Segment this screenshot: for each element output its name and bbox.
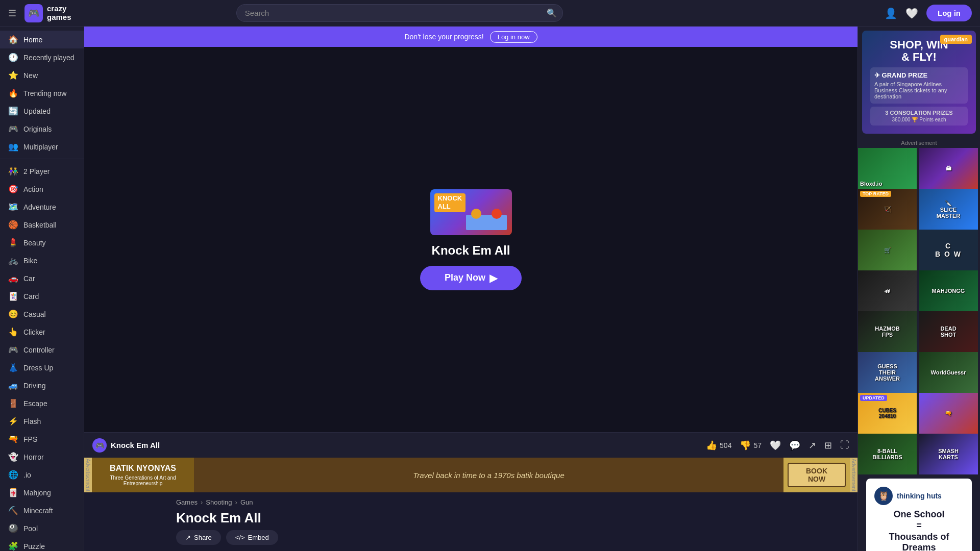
expand-action[interactable]: ⛶ <box>840 440 849 450</box>
pool-icon: 🎱 <box>8 523 18 533</box>
comment-icon: 💬 <box>789 440 800 451</box>
embed-label: Embed <box>248 534 269 541</box>
sidebar-item-adventure[interactable]: 🗺️ Adventure <box>0 198 84 216</box>
sidebar-item-beauty-label: Beauty <box>23 239 46 247</box>
favorites-icon[interactable]: 🤍 <box>905 7 918 19</box>
sidebar-item-io[interactable]: 🌐 .io <box>0 466 84 484</box>
game-thumb-cubes[interactable]: CUBES204810 UPDATED <box>858 393 919 434</box>
sidebar-item-io-label: .io <box>23 471 31 479</box>
sidebar-divider <box>0 159 84 159</box>
dislike-icon: 👎 <box>740 440 751 451</box>
trending-icon: 🔥 <box>8 88 18 98</box>
sidebar-item-originals[interactable]: 🎮 Originals <box>0 120 84 138</box>
sidebar-item-updated[interactable]: 🔄 Updated <box>0 102 84 120</box>
sidebar-item-recently-played[interactable]: 🕐 Recently played <box>0 48 84 66</box>
login-button[interactable]: Log in <box>926 5 972 21</box>
consolation-text: 360,000 🏆 Points each <box>873 117 965 122</box>
sidebar-item-action[interactable]: 🎯 Action <box>0 180 84 198</box>
dressup-icon: 👗 <box>8 363 18 372</box>
game-thumb-supermarket[interactable]: 🛒 <box>858 230 919 270</box>
sidebar-item-trending[interactable]: 🔥 Trending now <box>0 84 84 102</box>
fullscreen-action[interactable]: ⊞ <box>824 440 832 451</box>
sidebar-item-basketball[interactable]: 🏀 Basketball <box>0 216 84 234</box>
game-page-title: Knock Em All <box>84 508 857 530</box>
search-icon[interactable]: 🔍 <box>547 8 557 18</box>
share-button[interactable]: ↗ Share <box>176 530 221 545</box>
controller-icon: 🎮 <box>8 345 18 355</box>
sidebar-item-multiplayer[interactable]: 👥 Multiplayer <box>0 138 84 156</box>
game-name-bar: Knock Em All <box>111 441 160 449</box>
book-now-button[interactable]: BOOK NOW <box>788 463 846 487</box>
game-thumb-hazmob[interactable]: HAZMOBFPS <box>858 311 919 352</box>
sidebar-item-puzzle-label: Puzzle <box>23 542 45 550</box>
supermarket-thumb: 🛒 <box>858 230 917 270</box>
sidebar-item-new[interactable]: ⭐ New <box>0 66 84 84</box>
sidebar-item-pool[interactable]: 🎱 Pool <box>0 519 84 537</box>
breadcrumb-shooting[interactable]: Shooting <box>206 498 232 506</box>
game-frame-wrap: KNOCKALL Knock Em All Play Now ▶ <box>420 189 522 290</box>
th-header: 🦉 thinking huts <box>874 487 964 505</box>
sidebar-item-fps[interactable]: 🔫 FPS <box>0 430 84 448</box>
originals-icon: 🎮 <box>8 124 18 134</box>
menu-icon[interactable]: ☰ <box>8 8 16 19</box>
game-thumb-wom[interactable]: 🏔 <box>919 148 981 189</box>
game-thumb-worldguessr[interactable]: WorldGuessr <box>919 352 981 393</box>
sidebar-item-driving-label: Driving <box>23 382 46 390</box>
sidebar-item-flash[interactable]: ⚡ Flash <box>0 412 84 430</box>
sidebar-item-home[interactable]: 🏠 Home <box>0 31 84 48</box>
favorite-action[interactable]: 🤍 <box>770 440 781 451</box>
game-thumb-mahjong[interactable]: MAHJONGG <box>919 270 981 311</box>
breadcrumb-games[interactable]: Games <box>176 498 198 506</box>
heart-icon: 🤍 <box>770 440 781 451</box>
fps-icon: 🔫 <box>8 434 18 444</box>
search-input[interactable] <box>236 4 563 22</box>
like-action[interactable]: 👍 504 <box>706 440 731 451</box>
profile-icon[interactable]: 👤 <box>885 7 897 19</box>
sidebar-item-casual[interactable]: 😊 Casual <box>0 305 84 323</box>
sidebar-item-escape[interactable]: 🚪 Escape <box>0 394 84 412</box>
sidebar-item-trending-label: Trending now <box>23 89 66 97</box>
sidebar-item-action-label: Action <box>23 185 43 193</box>
breadcrumb-gun[interactable]: Gun <box>240 498 253 506</box>
sidebar-item-controller[interactable]: 🎮 Controller <box>0 341 84 359</box>
driving-icon: 🚙 <box>8 381 18 390</box>
game-thumbnail: KNOCKALL <box>430 189 512 235</box>
game-thumb-fps[interactable]: 🔫 <box>919 393 981 434</box>
play-now-button[interactable]: Play Now ▶ <box>420 266 522 290</box>
sidebar-item-car[interactable]: 🚗 Car <box>0 269 84 287</box>
game-thumb-toprated[interactable]: 🏹 TOP RATED <box>858 189 919 230</box>
sidebar-item-dressup[interactable]: 👗 Dress Up <box>0 359 84 377</box>
breadcrumb: Games › Shooting › Gun <box>176 498 766 506</box>
header-right: 👤 🤍 Log in <box>885 5 972 21</box>
comment-action[interactable]: 💬 <box>789 440 800 451</box>
sidebar-item-puzzle[interactable]: 🧩 Puzzle <box>0 537 84 551</box>
logo[interactable]: 🎮 crazygames <box>24 4 71 22</box>
share-action[interactable]: ↗ <box>808 440 816 451</box>
right-sidebar: guardian SHOP, WIN& FLY! ✈ GRAND PRIZE A… <box>857 27 980 551</box>
sidebar-item-card[interactable]: 🃏 Card <box>0 287 84 305</box>
game-thumb-slice[interactable]: 🔪SLICEMASTER <box>919 189 981 230</box>
dislike-action[interactable]: 👎 57 <box>740 440 762 451</box>
sidebar-item-mahjong[interactable]: 🀄 Mahjong <box>0 484 84 502</box>
sidebar-item-driving[interactable]: 🚙 Driving <box>0 377 84 394</box>
embed-button[interactable]: </> Embed <box>226 530 278 545</box>
sidebar-item-clicker[interactable]: 👆 Clicker <box>0 323 84 341</box>
sidebar-item-2player[interactable]: 👫 2 Player <box>0 162 84 180</box>
sidebar-item-horror[interactable]: 👻 Horror <box>0 448 84 466</box>
sidebar-item-beauty[interactable]: 💄 Beauty <box>0 234 84 252</box>
sidebar-item-flash-label: Flash <box>23 417 41 425</box>
progress-banner: Don't lose your progress! Log in now <box>84 27 857 47</box>
game-thumb-guess[interactable]: GUESSTHEIRANSWER <box>858 352 919 393</box>
game-thumb-cbow[interactable]: CB O W <box>919 230 981 270</box>
multiplayer-icon: 👥 <box>8 142 18 152</box>
game-thumb-racing[interactable]: 🏎 <box>858 270 919 311</box>
login-now-button[interactable]: Log in now <box>490 31 537 43</box>
sidebar-item-minecraft[interactable]: ⛏️ Minecraft <box>0 502 84 519</box>
game-thumb-deadshot[interactable]: DEADSHOT <box>919 311 981 352</box>
game-thumb-billiards[interactable]: 8-BALLBILLIARDS <box>858 434 919 474</box>
sidebar-item-2player-label: 2 Player <box>23 167 50 176</box>
game-thumb-smashkarts[interactable]: SMASHKARTS <box>919 434 981 474</box>
expand-icon: ⛶ <box>840 440 849 450</box>
game-thumb-bloxd[interactable]: Bloxd.io <box>858 148 919 189</box>
sidebar-item-bike[interactable]: 🚲 Bike <box>0 252 84 269</box>
